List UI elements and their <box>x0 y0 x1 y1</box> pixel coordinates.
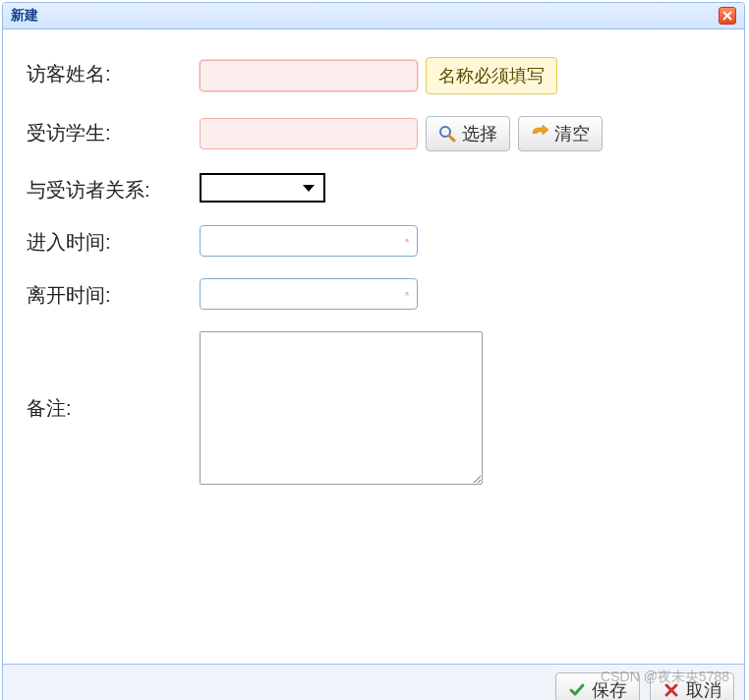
cancel-button[interactable]: 取消 <box>650 672 734 700</box>
close-icon <box>722 11 732 21</box>
label-enter-time: 进入时间: <box>27 225 200 256</box>
field-enter-time: 12 <box>200 225 418 257</box>
search-icon <box>438 125 456 143</box>
dialog-footer: 保存 取消 <box>3 664 744 700</box>
check-icon <box>568 681 586 699</box>
relation-select[interactable] <box>200 173 325 203</box>
save-button[interactable]: 保存 <box>555 672 640 700</box>
calendar-icon[interactable]: 12 <box>405 284 409 304</box>
svg-rect-3 <box>405 240 408 241</box>
select-button-label: 选择 <box>462 122 497 146</box>
field-visitor-name: 名称必须填写 <box>200 57 557 94</box>
label-visitor-name: 访客姓名: <box>27 57 200 88</box>
label-leave-time: 离开时间: <box>27 278 200 309</box>
visitor-name-input[interactable] <box>200 60 418 91</box>
dialog-title: 新建 <box>11 7 38 25</box>
svg-rect-8 <box>405 293 408 294</box>
validation-tooltip: 名称必须填写 <box>426 57 557 94</box>
field-remark <box>200 331 483 485</box>
clear-button-label: 清空 <box>554 122 590 146</box>
student-input[interactable] <box>200 118 418 149</box>
clear-button[interactable]: 清空 <box>518 116 603 151</box>
row-relation: 与受访者关系: <box>27 173 720 204</box>
enter-time-input[interactable] <box>208 232 405 250</box>
cancel-button-label: 取消 <box>686 678 721 700</box>
field-relation <box>200 173 325 203</box>
svg-text:12: 12 <box>406 294 408 295</box>
calendar-icon[interactable]: 12 <box>405 231 409 251</box>
row-leave-time: 离开时间: 12 <box>27 278 720 310</box>
titlebar: 新建 <box>3 3 744 29</box>
row-remark: 备注: <box>27 331 720 485</box>
label-remark: 备注: <box>27 331 200 422</box>
row-student: 受访学生: 选择 清空 <box>27 116 720 151</box>
enter-time-wrapper: 12 <box>200 225 418 257</box>
dialog-window: 新建 访客姓名: 名称必须填写 受访学生: 选择 <box>2 2 745 700</box>
field-leave-time: 12 <box>200 278 418 310</box>
field-student: 选择 清空 <box>200 116 603 151</box>
remark-textarea[interactable] <box>200 331 483 485</box>
row-enter-time: 进入时间: 12 <box>27 225 720 257</box>
arrow-icon <box>531 125 548 143</box>
svg-text:12: 12 <box>406 241 408 242</box>
label-relation: 与受访者关系: <box>27 173 200 204</box>
cross-icon <box>663 681 680 699</box>
leave-time-input[interactable] <box>208 285 405 303</box>
close-button[interactable] <box>719 7 736 25</box>
leave-time-wrapper: 12 <box>200 278 418 310</box>
svg-line-1 <box>449 136 454 141</box>
row-visitor-name: 访客姓名: 名称必须填写 <box>27 57 720 94</box>
form-body: 访客姓名: 名称必须填写 受访学生: 选择 <box>3 29 744 664</box>
save-button-label: 保存 <box>592 678 627 700</box>
label-student: 受访学生: <box>27 116 200 146</box>
select-button[interactable]: 选择 <box>426 116 510 151</box>
